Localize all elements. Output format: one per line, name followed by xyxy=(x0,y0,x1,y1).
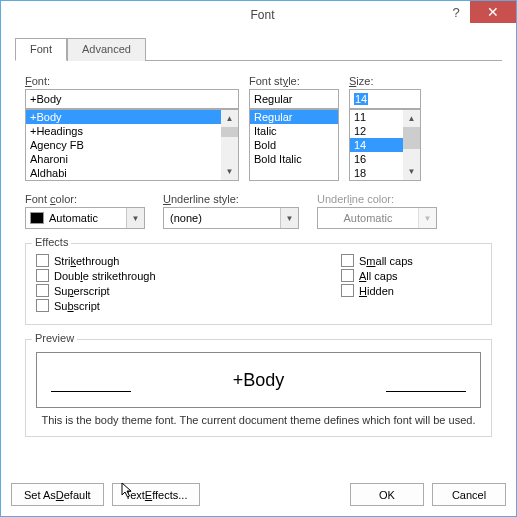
effects-legend: Effects xyxy=(32,236,71,248)
effects-group: Effects Strikethrough Double strikethrou… xyxy=(25,243,492,325)
cancel-button[interactable]: Cancel xyxy=(432,483,506,506)
font-style-label: Font style: xyxy=(249,75,339,87)
tab-font-label: Font xyxy=(30,43,52,55)
font-listbox[interactable]: +Body +Headings Agency FB Aharoni Aldhab… xyxy=(25,109,239,181)
superscript-checkbox[interactable] xyxy=(36,284,49,297)
preview-box: +Body xyxy=(36,352,481,408)
font-input[interactable]: +Body xyxy=(25,89,239,109)
list-item[interactable]: +Headings xyxy=(26,124,221,138)
hidden-label: Hidden xyxy=(359,285,394,297)
list-item[interactable]: 14 xyxy=(350,138,403,152)
underline-style-value: (none) xyxy=(164,212,280,224)
font-style-listbox[interactable]: Regular Italic Bold Bold Italic xyxy=(249,109,339,181)
underline-color-label: Underline color: xyxy=(317,193,437,205)
font-style-input[interactable]: Regular xyxy=(249,89,339,109)
scroll-track[interactable] xyxy=(221,137,238,163)
preview-line xyxy=(51,391,131,392)
preview-sample: +Body xyxy=(233,370,285,391)
scroll-up-icon[interactable]: ▲ xyxy=(403,110,420,127)
size-input[interactable]: 14 xyxy=(349,89,421,109)
font-color-dropdown[interactable]: Automatic ▼ xyxy=(25,207,145,229)
double-strikethrough-label: Double strikethrough xyxy=(54,270,156,282)
small-caps-checkbox[interactable] xyxy=(341,254,354,267)
strikethrough-label: Strikethrough xyxy=(54,255,119,267)
list-item[interactable]: Regular xyxy=(250,110,338,124)
color-swatch-icon xyxy=(30,212,44,224)
tab-font[interactable]: Font xyxy=(15,38,67,61)
help-button[interactable]: ? xyxy=(442,1,470,23)
tab-strip: Font Advanced xyxy=(15,37,502,61)
titlebar: Font ? ✕ xyxy=(1,1,516,29)
scroll-up-icon[interactable]: ▲ xyxy=(221,110,238,127)
preview-group: Preview +Body This is the body theme fon… xyxy=(25,339,492,437)
list-item[interactable]: +Body xyxy=(26,110,221,124)
subscript-label: Subscript xyxy=(54,300,100,312)
all-caps-checkbox[interactable] xyxy=(341,269,354,282)
scroll-thumb[interactable] xyxy=(403,127,420,149)
underline-style-dropdown[interactable]: (none) ▼ xyxy=(163,207,299,229)
underline-color-dropdown: Automatic ▼ xyxy=(317,207,437,229)
list-item[interactable]: Bold xyxy=(250,138,338,152)
dialog-title: Font xyxy=(9,8,516,22)
scrollbar[interactable]: ▲ ▼ xyxy=(403,110,420,180)
tab-advanced[interactable]: Advanced xyxy=(67,38,146,61)
all-caps-label: All caps xyxy=(359,270,398,282)
double-strikethrough-checkbox[interactable] xyxy=(36,269,49,282)
size-label: Size: xyxy=(349,75,421,87)
list-item[interactable]: Agency FB xyxy=(26,138,221,152)
close-button[interactable]: ✕ xyxy=(470,1,516,23)
dialog-footer: Set As Default Text Effects... OK Cancel xyxy=(11,483,506,506)
font-color-value: Automatic xyxy=(49,212,126,224)
list-item[interactable]: 11 xyxy=(350,110,403,124)
underline-color-value: Automatic xyxy=(318,212,418,224)
font-dialog: Font ? ✕ Font Advanced Font: +Body +Body xyxy=(0,0,517,517)
strikethrough-checkbox[interactable] xyxy=(36,254,49,267)
set-default-button[interactable]: Set As Default xyxy=(11,483,104,506)
text-effects-button[interactable]: Text Effects... xyxy=(112,483,201,506)
underline-style-label: Underline style: xyxy=(163,193,299,205)
scroll-down-icon[interactable]: ▼ xyxy=(403,163,420,180)
chevron-down-icon: ▼ xyxy=(280,208,298,228)
scroll-down-icon[interactable]: ▼ xyxy=(221,163,238,180)
scroll-track[interactable] xyxy=(403,149,420,163)
chevron-down-icon: ▼ xyxy=(126,208,144,228)
preview-note: This is the body theme font. The current… xyxy=(36,414,481,426)
font-color-label: Font color: xyxy=(25,193,145,205)
list-item[interactable]: 12 xyxy=(350,124,403,138)
list-item[interactable]: 16 xyxy=(350,152,403,166)
list-item[interactable]: 18 xyxy=(350,166,403,180)
list-item[interactable]: Bold Italic xyxy=(250,152,338,166)
size-listbox[interactable]: 11 12 14 16 18 ▲ ▼ xyxy=(349,109,421,181)
scroll-thumb[interactable] xyxy=(221,127,238,137)
ok-button[interactable]: OK xyxy=(350,483,424,506)
list-item[interactable]: Aharoni xyxy=(26,152,221,166)
font-label: Font: xyxy=(25,75,239,87)
tab-advanced-label: Advanced xyxy=(82,43,131,55)
scrollbar[interactable]: ▲ ▼ xyxy=(221,110,238,180)
preview-legend: Preview xyxy=(32,332,77,344)
hidden-checkbox[interactable] xyxy=(341,284,354,297)
chevron-down-icon: ▼ xyxy=(418,208,436,228)
list-item[interactable]: Italic xyxy=(250,124,338,138)
superscript-label: Superscript xyxy=(54,285,110,297)
subscript-checkbox[interactable] xyxy=(36,299,49,312)
preview-line xyxy=(386,391,466,392)
list-item[interactable]: Aldhabi xyxy=(26,166,221,180)
small-caps-label: Small caps xyxy=(359,255,413,267)
